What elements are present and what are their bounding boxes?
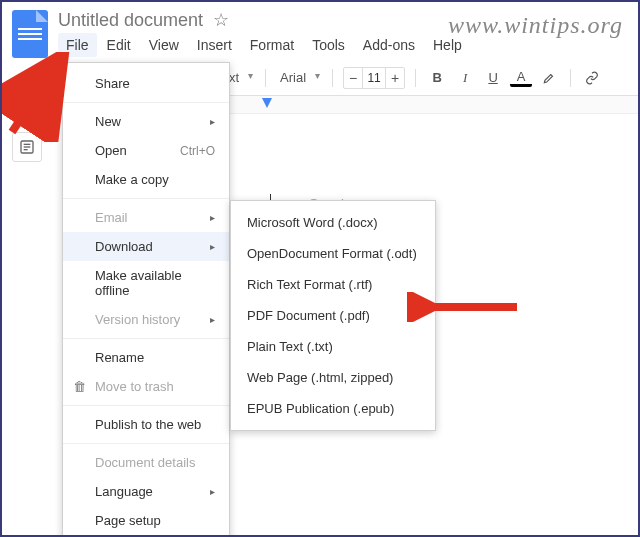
menu-new-label: New: [95, 114, 210, 129]
italic-button[interactable]: I: [454, 67, 476, 89]
download-submenu: Microsoft Word (.docx) OpenDocument Form…: [230, 200, 436, 431]
outline-toggle-icon[interactable]: [12, 132, 42, 162]
font-size-decrease[interactable]: −: [344, 70, 362, 86]
menu-language[interactable]: Language ▸: [63, 477, 229, 506]
toolbar-separator: [332, 69, 333, 87]
menubar: File Edit View Insert Format Tools Add-o…: [58, 33, 628, 57]
menu-publish[interactable]: Publish to the web: [63, 410, 229, 439]
menu-move-trash[interactable]: 🗑 Move to trash: [63, 372, 229, 401]
chevron-right-icon: ▸: [210, 486, 215, 497]
menu-open-label: Open: [95, 143, 180, 158]
submenu-txt[interactable]: Plain Text (.txt): [231, 331, 435, 362]
menu-rename[interactable]: Rename: [63, 343, 229, 372]
star-icon[interactable]: ☆: [213, 9, 229, 31]
menu-addons[interactable]: Add-ons: [355, 33, 423, 57]
menu-divider: [63, 198, 229, 199]
text-color-button[interactable]: A: [510, 68, 532, 87]
submenu-epub[interactable]: EPUB Publication (.epub): [231, 393, 435, 424]
menu-pagesetup-label: Page setup: [95, 513, 215, 528]
menu-page-setup[interactable]: Page setup: [63, 506, 229, 535]
menu-new[interactable]: New ▸: [63, 107, 229, 136]
menu-email[interactable]: Email ▸: [63, 203, 229, 232]
toolbar-separator: [570, 69, 571, 87]
menu-version-label: Version history: [95, 312, 210, 327]
file-menu-panel: Share New ▸ Open Ctrl+O Make a copy Emai…: [62, 62, 230, 537]
menu-format[interactable]: Format: [242, 33, 302, 57]
menu-help[interactable]: Help: [425, 33, 470, 57]
underline-button[interactable]: U: [482, 67, 504, 89]
menu-insert[interactable]: Insert: [189, 33, 240, 57]
submenu-rtf[interactable]: Rich Text Format (.rtf): [231, 269, 435, 300]
app-header: Untitled document ☆ File Edit View Inser…: [2, 2, 638, 58]
left-rail: [12, 132, 42, 162]
menu-divider: [63, 102, 229, 103]
menu-view[interactable]: View: [141, 33, 187, 57]
menu-make-copy-label: Make a copy: [95, 172, 215, 187]
chevron-right-icon: ▸: [210, 116, 215, 127]
menu-publish-label: Publish to the web: [95, 417, 215, 432]
submenu-html[interactable]: Web Page (.html, zipped): [231, 362, 435, 393]
menu-offline-label: Make available offline: [95, 268, 215, 298]
chevron-right-icon: ▸: [210, 314, 215, 325]
font-size-stepper[interactable]: − 11 +: [343, 67, 405, 89]
menu-divider: [63, 443, 229, 444]
indent-marker-icon[interactable]: [262, 98, 272, 108]
menu-download-label: Download: [95, 239, 210, 254]
trash-icon: 🗑: [71, 379, 87, 394]
menu-share[interactable]: Share: [63, 69, 229, 98]
menu-edit[interactable]: Edit: [99, 33, 139, 57]
menu-download[interactable]: Download ▸: [63, 232, 229, 261]
menu-doc-details[interactable]: Document details: [63, 448, 229, 477]
menu-divider: [63, 405, 229, 406]
chevron-right-icon: ▸: [210, 212, 215, 223]
menu-rename-label: Rename: [95, 350, 215, 365]
highlight-button[interactable]: [538, 67, 560, 89]
menu-file[interactable]: File: [58, 33, 97, 57]
submenu-odt[interactable]: OpenDocument Format (.odt): [231, 238, 435, 269]
menu-share-label: Share: [95, 76, 215, 91]
chevron-right-icon: ▸: [210, 241, 215, 252]
menu-tools[interactable]: Tools: [304, 33, 353, 57]
font-size-increase[interactable]: +: [386, 70, 404, 86]
menu-email-label: Email: [95, 210, 210, 225]
insert-link-button[interactable]: [581, 67, 603, 89]
menu-make-copy[interactable]: Make a copy: [63, 165, 229, 194]
menu-available-offline[interactable]: Make available offline: [63, 261, 229, 305]
menu-language-label: Language: [95, 484, 210, 499]
submenu-pdf[interactable]: PDF Document (.pdf): [231, 300, 435, 331]
menu-trash-label: Move to trash: [95, 379, 215, 394]
font-family-select[interactable]: Arial: [276, 68, 322, 87]
docs-logo-icon[interactable]: [12, 10, 48, 58]
toolbar-separator: [415, 69, 416, 87]
submenu-docx[interactable]: Microsoft Word (.docx): [231, 207, 435, 238]
toolbar-separator: [265, 69, 266, 87]
bold-button[interactable]: B: [426, 67, 448, 89]
menu-details-label: Document details: [95, 455, 215, 470]
menu-version-history[interactable]: Version history ▸: [63, 305, 229, 334]
font-size-value[interactable]: 11: [362, 68, 386, 88]
menu-open[interactable]: Open Ctrl+O: [63, 136, 229, 165]
menu-open-shortcut: Ctrl+O: [180, 144, 215, 158]
menu-divider: [63, 338, 229, 339]
document-title[interactable]: Untitled document: [58, 10, 203, 31]
